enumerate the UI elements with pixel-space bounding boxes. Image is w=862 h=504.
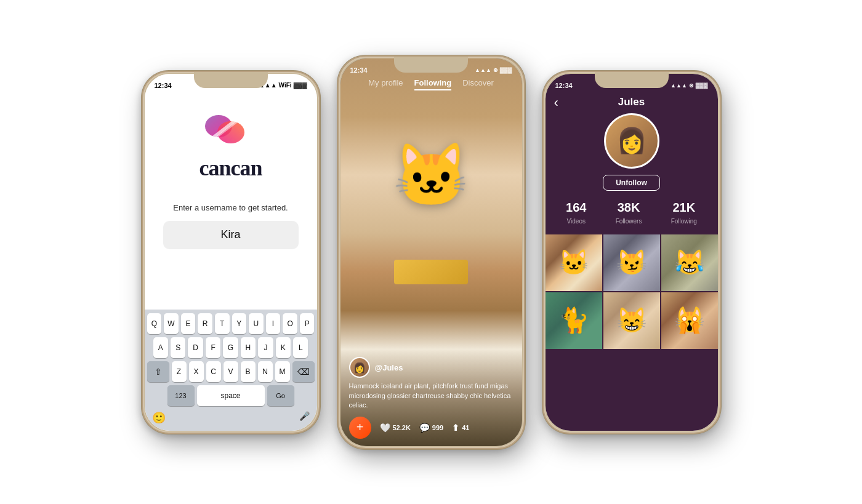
photo-cell-5[interactable]: 😸 — [603, 292, 660, 349]
profile-name: Jules — [555, 96, 708, 108]
feed-screen: 🐱 12:34 ▲▲▲ ⊛ ▓▓▓ My profile Followin — [340, 58, 522, 446]
following-value: 21K — [671, 201, 697, 215]
comments-stat[interactable]: 💬 999 — [419, 423, 443, 433]
phone3-inner: 12:34 ▲▲▲ ⊛ ▓▓▓ ‹ Jules 👩 Un — [546, 74, 718, 431]
profile-screen: 12:34 ▲▲▲ ⊛ ▓▓▓ ‹ Jules 👩 Un — [546, 74, 718, 431]
kb-delete[interactable]: ⌫ — [292, 361, 315, 382]
stat-videos: 164 Videos — [566, 201, 586, 226]
kb-go[interactable]: Go — [267, 385, 294, 406]
status-icons-1: ▲▲▲ WiFi ▓▓▓ — [259, 82, 307, 89]
status-time-3: 12:34 — [555, 82, 573, 89]
photo-cell-2[interactable]: 😼 — [603, 234, 660, 291]
kb-e[interactable]: E — [181, 313, 196, 334]
phone-feed: 🐱 12:34 ▲▲▲ ⊛ ▓▓▓ My profile Followin — [337, 55, 525, 449]
kb-r[interactable]: R — [198, 313, 212, 334]
kb-o[interactable]: O — [283, 313, 297, 334]
kb-q[interactable]: Q — [147, 313, 162, 334]
stat-followers: 38K Followers — [616, 201, 642, 226]
microphone-icon[interactable]: 🎤 — [299, 411, 310, 425]
photo-grid: 🐱 😼 😹 🐈 😸 🙀 — [546, 234, 718, 349]
back-button[interactable]: ‹ — [554, 95, 558, 111]
kb-m[interactable]: M — [275, 361, 290, 382]
photo-1: 🐱 — [546, 234, 602, 291]
login-screen: 12:34 ▲▲▲ WiFi ▓▓▓ — [145, 74, 317, 431]
kb-u[interactable]: U — [249, 313, 264, 334]
notch-3 — [595, 72, 669, 88]
followers-value: 38K — [616, 201, 642, 215]
signal-icon-3: ▲▲▲ — [671, 82, 687, 89]
kb-d[interactable]: D — [188, 337, 203, 358]
feed-username[interactable]: @Jules — [375, 363, 403, 372]
photo-cell-1[interactable]: 🐱 — [546, 234, 602, 291]
kb-row-4: 123 space Go — [147, 385, 315, 406]
comment-icon: 💬 — [419, 423, 430, 433]
kb-x[interactable]: X — [189, 361, 204, 382]
kb-p[interactable]: P — [300, 313, 315, 334]
battery-icon-2: ▓▓▓ — [500, 67, 512, 73]
kb-l[interactable]: L — [293, 337, 308, 358]
status-time-2: 12:34 — [350, 66, 368, 74]
feed-overlay: 👩 @Jules Hammock iceland air plant, pitc… — [340, 350, 522, 446]
kb-f[interactable]: F — [206, 337, 220, 358]
kb-h[interactable]: H — [241, 337, 256, 358]
kb-v[interactable]: V — [224, 361, 238, 382]
photo-cell-3[interactable]: 😹 — [661, 234, 718, 291]
videos-label: Videos — [567, 218, 586, 225]
profile-avatar: 👩 — [604, 113, 659, 169]
kb-t[interactable]: T — [215, 313, 230, 334]
kb-n[interactable]: N — [258, 361, 273, 382]
signal-icon-2: ▲▲▲ — [475, 67, 491, 73]
heart-icon: 🤍 — [380, 423, 390, 433]
kb-j[interactable]: J — [258, 337, 273, 358]
photo-cell-6[interactable]: 🙀 — [661, 292, 718, 349]
kb-z[interactable]: Z — [172, 361, 187, 382]
notch-1 — [194, 72, 268, 88]
kb-b[interactable]: B — [241, 361, 256, 382]
kb-123[interactable]: 123 — [167, 385, 195, 406]
kb-s[interactable]: S — [171, 337, 185, 358]
cat-illustration: 🐱 — [369, 95, 493, 255]
feed-actions: + 🤍 52.2K 💬 999 ⬆ 41 — [349, 417, 514, 439]
kb-a[interactable]: A — [153, 337, 168, 358]
shares-stat[interactable]: ⬆ 41 — [452, 423, 469, 433]
cat-bandana — [394, 260, 468, 284]
kb-y[interactable]: Y — [232, 313, 247, 334]
wifi-icon-2: ⊛ — [493, 67, 498, 73]
kb-k[interactable]: K — [276, 337, 291, 358]
phones-container: 12:34 ▲▲▲ WiFi ▓▓▓ — [129, 43, 733, 462]
cancan-logo-icon — [197, 111, 265, 148]
tab-discover[interactable]: Discover — [462, 78, 494, 90]
photo-4: 🐈 — [546, 292, 602, 349]
emoji-icon[interactable]: 🙂 — [152, 411, 166, 425]
kb-shift[interactable]: ⇧ — [147, 361, 169, 382]
status-icons-2: ▲▲▲ ⊛ ▓▓▓ — [475, 67, 512, 73]
kb-i[interactable]: I — [266, 313, 281, 334]
battery-icon-3: ▓▓▓ — [696, 82, 708, 89]
photo-5: 😸 — [603, 292, 660, 349]
add-button[interactable]: + — [349, 417, 371, 439]
feed-avatar[interactable]: 👩 — [349, 357, 370, 378]
phone-profile: 12:34 ▲▲▲ ⊛ ▓▓▓ ‹ Jules 👩 Un — [542, 71, 721, 434]
unfollow-button[interactable]: Unfollow — [603, 175, 660, 191]
photo-cell-4[interactable]: 🐈 — [546, 292, 602, 349]
keyboard: Q W E R T Y U I O P A S D — [145, 310, 317, 431]
comments-count: 999 — [432, 424, 443, 431]
following-label: Following — [671, 218, 697, 225]
kb-c[interactable]: C — [206, 361, 221, 382]
likes-stat[interactable]: 🤍 52.2K — [380, 423, 411, 433]
username-input[interactable]: Kira — [163, 221, 299, 249]
kb-bottom-icons: 🙂 🎤 — [147, 409, 315, 425]
kb-w[interactable]: W — [164, 313, 179, 334]
tab-following[interactable]: Following — [414, 78, 452, 90]
feed-user-row: 👩 @Jules — [349, 357, 514, 378]
photo-3: 😹 — [661, 234, 718, 291]
stats-row: 164 Videos 38K Followers 21K Following — [546, 201, 718, 234]
followers-label: Followers — [616, 218, 642, 225]
profile-avatar-wrap: 👩 — [546, 113, 718, 169]
kb-space[interactable]: space — [197, 385, 265, 406]
share-icon: ⬆ — [452, 423, 459, 433]
feed-caption: Hammock iceland air plant, pitchfork tru… — [349, 382, 514, 410]
kb-g[interactable]: G — [223, 337, 238, 358]
login-subtitle: Enter a username to get started. — [173, 203, 288, 212]
tab-my-profile[interactable]: My profile — [368, 78, 403, 90]
